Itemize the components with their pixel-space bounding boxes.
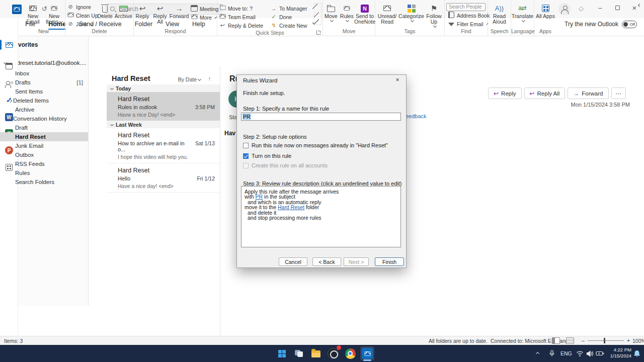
address-book-icon [448, 12, 454, 18]
quick-step-team-email[interactable]: Team Email [217, 13, 269, 21]
rule-value-link-hard-reset[interactable]: Hard Reset [278, 204, 304, 210]
rule-description-box[interactable]: Apply this rule after the message arrive… [241, 186, 401, 247]
microphone-tray-icon[interactable] [548, 345, 555, 362]
send-to-onenote-button[interactable]: NSend to OneNote [355, 2, 375, 25]
wifi-tray-icon[interactable] [576, 345, 584, 362]
meeting-button[interactable]: Meeting [189, 5, 216, 13]
mail-item-hello[interactable]: Hard Reset HelloFri 1/12 Have a nice day… [107, 163, 220, 193]
task-view-button[interactable] [292, 346, 306, 360]
mail-preview: Havw a nice Day! <end> [118, 112, 215, 118]
read-aloud-button[interactable]: A))Read Aloud [490, 2, 510, 25]
new-items-button[interactable]: New Items [45, 2, 64, 25]
zoom-level[interactable]: 100% [632, 338, 644, 344]
address-book-button[interactable]: Address Book [446, 11, 487, 20]
ignore-button[interactable]: ⊘Ignore [65, 3, 97, 11]
done-icon: ✓ [270, 14, 277, 20]
categorize-button[interactable]: Categorize [398, 2, 425, 22]
back-button[interactable]: < Back [312, 257, 341, 266]
search-people-input[interactable] [446, 3, 486, 11]
mail-subject: Rules in outlook [118, 104, 157, 110]
new-outlook-toggle[interactable]: Off [622, 21, 637, 28]
archive-button[interactable]: Archive [114, 2, 133, 19]
folder-search-folders[interactable]: Search Folders [0, 177, 88, 187]
folders-status: All folders are up to date. [429, 338, 488, 344]
reply-button[interactable]: ↩Reply [134, 2, 151, 19]
folder-junk-email[interactable]: Junk Email [0, 141, 88, 150]
mail-item-how-to-archive[interactable]: Hard Reset How to archive an e-mail in o… [107, 128, 220, 163]
folder-deleted-items[interactable]: Deleted Items [0, 96, 88, 105]
feedback-diamond-icon[interactable]: ◇ [579, 5, 584, 12]
file-explorer-button[interactable] [309, 346, 323, 360]
follow-up-button[interactable]: ⚑Follow Up [425, 2, 444, 27]
group-header-today[interactable]: Today [107, 84, 220, 92]
translate-button[interactable]: a⇄Translate [512, 2, 534, 22]
recording-badge [337, 345, 341, 350]
cancel-button[interactable]: Cancel [279, 257, 307, 266]
quick-step-create-new[interactable]: ↯Create New [269, 21, 312, 30]
folder-sent-items[interactable]: Sent Items [0, 87, 88, 96]
folder-drafts[interactable]: Drafts[1] [0, 78, 88, 87]
reply-button[interactable]: ↩Reply [488, 87, 521, 99]
clean-up-button[interactable]: Clean Up [65, 11, 97, 20]
finish-button[interactable]: Finish [375, 257, 404, 266]
folder-outbox[interactable]: Outbox [0, 150, 88, 159]
forward-button[interactable]: →Forward [169, 2, 189, 19]
all-apps-button[interactable]: All Apps [536, 2, 555, 19]
folder-hard-reset[interactable]: Hard Reset [0, 132, 88, 141]
reply-all-button[interactable]: ↩Reply All [151, 2, 169, 25]
tray-expand-button[interactable] [536, 345, 539, 362]
more-actions-button[interactable]: ⋯ [611, 87, 626, 99]
more-respond-button[interactable]: More [189, 13, 216, 22]
chrome-button[interactable] [343, 346, 357, 360]
volume-tray-icon[interactable] [586, 345, 593, 362]
sort-dropdown[interactable]: By Date [178, 76, 201, 82]
delete-button[interactable]: Delete [97, 2, 114, 19]
junk-button[interactable]: ⊘Junk [65, 20, 97, 28]
quick-step-move-to[interactable]: Move to: ? [217, 4, 269, 13]
zoom-out-button[interactable]: – [582, 337, 585, 343]
zoom-in-button[interactable]: + [627, 337, 630, 343]
folder-conversation-history[interactable]: Conversation History [0, 114, 88, 123]
quick-steps-dialog-launcher-icon[interactable] [316, 30, 321, 35]
rules-button[interactable]: Rules [339, 2, 355, 22]
account-button[interactable] [558, 3, 571, 15]
rule-name-input[interactable]: PR [241, 113, 401, 121]
filter-email-button[interactable]: Filter Email [446, 20, 487, 28]
zoom-slider-track[interactable] [588, 340, 624, 341]
run-rule-now-checkbox[interactable]: Run this rule now on messages already in… [243, 142, 388, 148]
dialog-close-button[interactable]: × [393, 76, 402, 84]
feedback-link-fragment[interactable]: eedback [406, 113, 427, 119]
forward-button[interactable]: →Forward [568, 87, 608, 99]
zoom-slider-thumb[interactable] [604, 338, 605, 343]
obs-button[interactable] [326, 346, 340, 360]
reading-view-icon[interactable] [552, 337, 560, 344]
turn-on-rule-checkbox[interactable]: Turn on this rule [243, 153, 291, 159]
start-button[interactable] [275, 346, 289, 360]
sort-direction-icon[interactable]: ↑ [208, 75, 211, 81]
reply-all-button[interactable]: ↩Reply All [524, 87, 566, 99]
folder-rules[interactable]: Rules [0, 168, 88, 177]
folder-draft[interactable]: Draft [0, 123, 88, 132]
folder-archive[interactable]: Archive [0, 105, 88, 114]
move-button[interactable]: Move [323, 2, 339, 22]
mail-item-rules-in-outlook[interactable]: Hard Reset Rules in outlook3:58 PM Havw … [107, 92, 220, 121]
maximize-button[interactable] [610, 1, 625, 14]
quick-step-done[interactable]: ✓Done [269, 13, 312, 21]
group-header-last-week[interactable]: Last Week [107, 121, 220, 128]
new-email-button[interactable]: New Email [24, 2, 43, 25]
quick-step-reply-delete[interactable]: ↩Reply & Delete [217, 21, 269, 30]
quick-step-to-manager[interactable]: →To Manager [269, 4, 312, 13]
clock[interactable]: 4:22 PM 1/15/2024 [606, 347, 631, 359]
outlook-taskbar-button[interactable] [360, 346, 374, 360]
quick-steps-scroll[interactable] [314, 3, 321, 25]
folder-rss-feeds[interactable]: RSS Feeds [0, 159, 88, 168]
layout-view-icon[interactable] [566, 337, 574, 344]
battery-tray-icon[interactable] [596, 345, 604, 362]
minimize-button[interactable]: – [593, 1, 608, 14]
close-button[interactable]: × [627, 1, 642, 14]
language-indicator[interactable]: ENG [560, 345, 572, 362]
notification-bell-icon[interactable] [633, 345, 640, 362]
folder-inbox[interactable]: Inbox [0, 69, 88, 78]
try-new-outlook[interactable]: Try the new Outlook Off [565, 18, 637, 30]
unread-read-button[interactable]: Unread/ Read [376, 2, 398, 25]
